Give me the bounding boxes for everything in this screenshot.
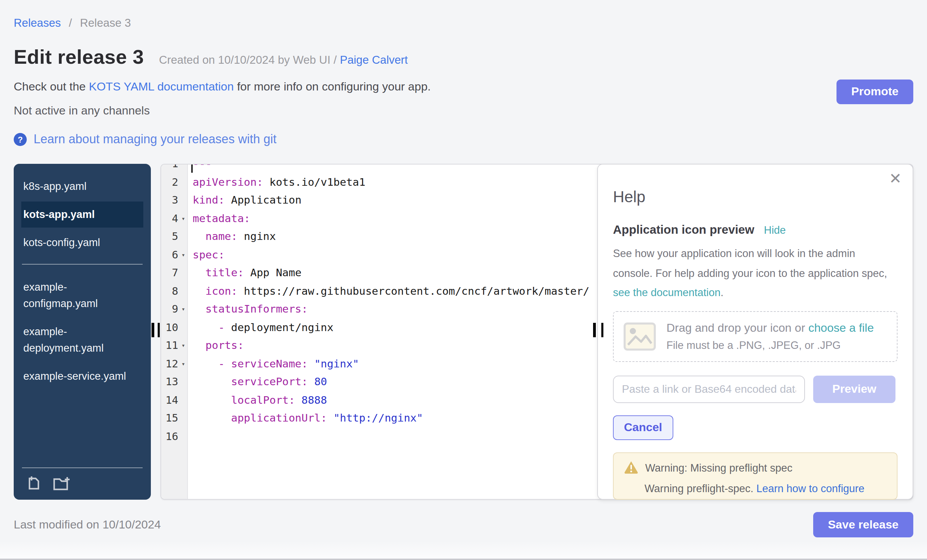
add-folder-button[interactable] (53, 476, 71, 492)
line-number: 10 (161, 319, 187, 337)
fold-arrow-icon[interactable]: ▾ (178, 246, 185, 264)
line-number: 16 (161, 427, 187, 446)
warning-detail-text: Warning preflight-spec. (644, 483, 756, 494)
sidebar-actions (22, 474, 143, 493)
sidebar-file-kots-config.yaml[interactable]: kots-config.yaml (21, 230, 143, 256)
sidebar-file-example-configmap.yaml[interactable]: example-configmap.yaml (21, 274, 143, 317)
close-icon[interactable]: ✕ (889, 171, 902, 187)
choose-a-file-link[interactable]: choose a file (808, 322, 874, 334)
dropzone-text: Drag and drop your icon or choose a file… (666, 322, 874, 352)
git-help-link-label: Learn about managing your releases with … (33, 132, 276, 147)
learn-how-to-configure-link[interactable]: Learn how to configure (756, 483, 864, 494)
fold-arrow-icon[interactable]: ▾ (178, 209, 185, 228)
save-release-button[interactable]: Save release (813, 512, 913, 537)
preflight-warning: Warning: Missing preflight spec Warning … (613, 452, 898, 500)
sidebar-resize-handle[interactable] (157, 323, 160, 337)
line-number: 11▾ (161, 337, 187, 355)
preview-button[interactable]: Preview (813, 376, 895, 403)
sidebar-file-example-service.yaml[interactable]: example-service.yaml (21, 363, 143, 389)
line-number: 6▾ (161, 246, 187, 264)
line-number: 9▾ (161, 300, 187, 319)
add-file-button[interactable] (26, 476, 42, 492)
created-prefix: Created on 10/10/2024 by Web UI / (159, 53, 337, 66)
warning-triangle-icon (624, 461, 638, 474)
dropzone-file-hint: File must be a .PNG, .JPEG, or .JPG (666, 339, 874, 352)
cancel-button[interactable]: Cancel (613, 415, 673, 440)
edit-release-page: Releases / Release 3 Edit release 3 Crea… (14, 0, 913, 560)
app-viewport: Releases / Release 3 Edit release 3 Crea… (0, 0, 927, 560)
warning-title: Warning: Missing preflight spec (645, 461, 793, 474)
help-panel-title: Help (613, 188, 898, 206)
icon-preview-title: Application icon preview (613, 223, 754, 237)
hide-link[interactable]: Hide (764, 224, 786, 237)
last-modified-text: Last modified on 10/10/2024 (14, 518, 161, 531)
line-number: 14 (161, 391, 187, 409)
warning-detail: Warning preflight-spec. Learn how to con… (644, 483, 886, 496)
release-workspace: k8s-app.yamlkots-app.yamlkots-config.yam… (14, 164, 913, 500)
breadcrumb-current: Release 3 (80, 17, 131, 29)
docs-notice-pre: Check out the (14, 80, 89, 93)
icon-url-row: Preview (613, 376, 898, 403)
sidebar-file-example-deployment.yaml[interactable]: example-deployment.yaml (21, 319, 143, 361)
line-number: 5 (161, 228, 187, 246)
created-text: Created on 10/10/2024 by Web UI / Paige … (159, 53, 408, 67)
sidebar-resize-handle[interactable] (152, 323, 154, 337)
line-number: 1 (161, 164, 187, 173)
sidebar-bottom (22, 467, 143, 493)
file-sidebar: k8s-app.yamlkots-app.yamlkots-config.yam… (14, 164, 151, 500)
sidebar-file-k8s-app.yaml[interactable]: k8s-app.yaml (21, 173, 143, 199)
created-author-link[interactable]: Paige Calvert (340, 53, 407, 66)
line-number: 7 (161, 264, 187, 282)
file-groups: k8s-app.yamlkots-app.yamlkots-config.yam… (14, 173, 151, 389)
add-folder-icon (53, 476, 71, 492)
page-title: Edit release 3 (14, 46, 144, 68)
line-number: 12▾ (161, 355, 187, 373)
line-number: 8 (161, 282, 187, 300)
fold-arrow-icon[interactable]: ▾ (178, 337, 185, 355)
line-number: 2 (161, 173, 187, 191)
fold-arrow-icon[interactable]: ▾ (178, 300, 185, 319)
see-documentation-link[interactable]: see the documentation (613, 287, 720, 299)
line-number: 15 (161, 409, 187, 427)
image-placeholder-icon (623, 322, 656, 351)
docs-notice-post: for more info on configuring your app. (234, 80, 431, 93)
bottom-edge (0, 541, 927, 560)
icon-dropzone[interactable]: Drag and drop your icon or choose a file… (613, 311, 898, 362)
sidebar-divider (22, 264, 143, 264)
title-row: Edit release 3 Created on 10/10/2024 by … (14, 46, 913, 68)
docs-notice: Check out the KOTS YAML documentation fo… (14, 80, 913, 94)
line-number: 13 (161, 373, 187, 391)
help-panel: ✕ Help Application icon preview Hide See… (597, 164, 913, 500)
footer: Last modified on 10/10/2024 Save release (14, 512, 913, 537)
channel-status: Not active in any channels (14, 104, 913, 118)
text-cursor (191, 164, 193, 173)
fold-arrow-icon[interactable]: ▾ (178, 355, 185, 373)
description-period: . (720, 287, 724, 299)
git-help-link[interactable]: ? Learn about managing your releases wit… (14, 132, 276, 147)
icon-preview-description: See how your application icon will look … (613, 244, 889, 303)
kots-yaml-docs-link[interactable]: KOTS YAML documentation (89, 80, 234, 93)
sidebar-divider (22, 467, 143, 468)
question-circle-icon: ? (14, 133, 27, 146)
breadcrumb: Releases / Release 3 (14, 17, 913, 29)
promote-button[interactable]: Promote (836, 79, 913, 104)
add-file-icon (26, 476, 42, 492)
description-text: See how your application icon will look … (613, 247, 887, 279)
line-number: 3 (161, 191, 187, 209)
breadcrumb-releases-link[interactable]: Releases (14, 17, 61, 29)
line-number: 4▾ (161, 209, 187, 228)
icon-url-input[interactable] (613, 376, 805, 403)
icon-preview-section-header: Application icon preview Hide (613, 223, 898, 237)
help-panel-resize-handle[interactable] (601, 323, 603, 337)
dropzone-instruction: Drag and drop your icon or (666, 322, 808, 334)
sidebar-file-kots-app.yaml[interactable]: kots-app.yaml (21, 202, 143, 228)
help-panel-resize-handle[interactable] (593, 323, 596, 337)
breadcrumb-separator: / (69, 17, 72, 29)
